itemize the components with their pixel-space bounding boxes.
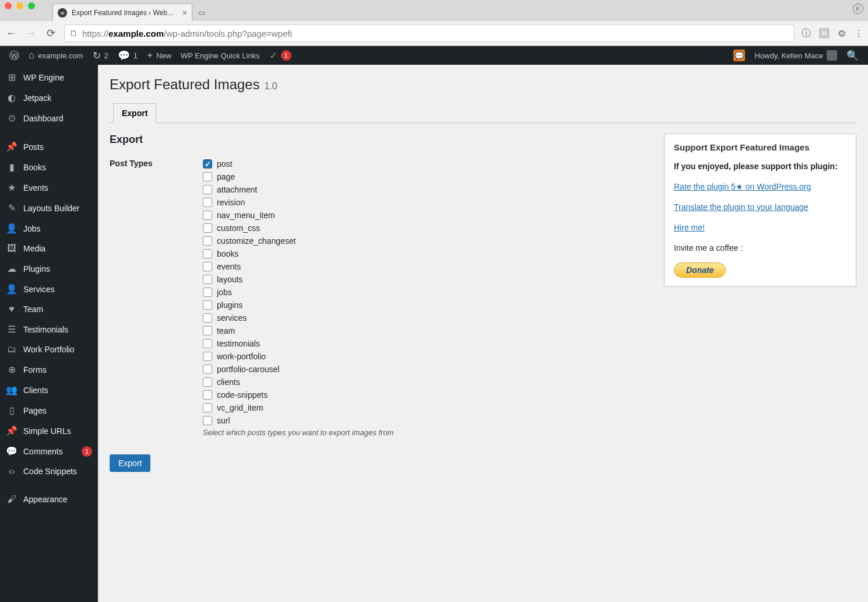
link-hire-me[interactable]: Hire me!: [674, 223, 705, 232]
ab-howdy-text: Howdy, Kellen Mace: [754, 51, 823, 60]
forward-button[interactable]: →: [24, 27, 37, 40]
checkbox-jobs[interactable]: [203, 288, 212, 297]
checkbox-testimonials[interactable]: [203, 339, 212, 348]
ab-search[interactable]: 🔍: [842, 50, 863, 62]
window-minimize-button[interactable]: [16, 2, 23, 9]
wordpress-logo-icon: Ⓦ: [9, 49, 19, 62]
checkbox-books[interactable]: [203, 249, 212, 258]
extension-h-icon[interactable]: H: [819, 28, 830, 38]
reload-button[interactable]: ⟳: [44, 27, 57, 40]
window-maximize-button[interactable]: [28, 2, 35, 9]
checkbox-custom_css[interactable]: [203, 223, 212, 233]
sidebar-item-layouts-builder[interactable]: ✎Layouts Builder: [0, 198, 98, 218]
ab-updates[interactable]: ↻2: [88, 46, 113, 65]
sidebar-item-label: Books: [23, 163, 92, 172]
export-button[interactable]: Export: [110, 454, 150, 472]
sidebar-item-code-snippets[interactable]: ‹›Code Snippets: [0, 461, 98, 481]
checkbox-work-portfolio[interactable]: [203, 352, 212, 361]
tab-export[interactable]: Export: [113, 103, 156, 123]
menu-icon: 👤: [6, 223, 17, 234]
ab-new[interactable]: +New: [142, 46, 176, 65]
ab-notification[interactable]: 💬: [729, 50, 750, 61]
donate-button[interactable]: Donate: [674, 262, 726, 278]
ab-wp-logo[interactable]: Ⓦ: [5, 46, 24, 65]
checkbox-team[interactable]: [203, 326, 212, 335]
sidebar-item-dashboard[interactable]: ⊙Dashboard: [0, 108, 98, 128]
checkbox-customize_changeset[interactable]: [203, 236, 212, 246]
sidebar-item-team[interactable]: ♥Team: [0, 299, 98, 319]
sidebar-item-forms[interactable]: ⊕Forms: [0, 359, 98, 380]
sidebar-item-jetpack[interactable]: ◐Jetpack: [0, 88, 98, 108]
post-type-label: events: [217, 260, 241, 273]
window-close-button[interactable]: [5, 2, 12, 9]
post-type-label: clients: [217, 376, 240, 388]
link-translate-plugin[interactable]: Translate the plugin to your language: [674, 202, 809, 212]
checkbox-services[interactable]: [203, 313, 212, 323]
post-type-label: customize_changeset: [217, 235, 296, 247]
browser-toolbar: ← → ⟳ 🗋 https://example.com/wp-admin/too…: [0, 21, 868, 46]
checkbox-page[interactable]: [203, 172, 212, 181]
checkbox-revision[interactable]: [203, 198, 212, 207]
sidebar-item-comments[interactable]: 💬Comments1: [0, 441, 98, 461]
post-type-label: portfolio-carousel: [217, 363, 279, 376]
tab-close-icon[interactable]: ×: [182, 8, 187, 18]
post-type-label: surl: [217, 414, 230, 427]
ab-site-name[interactable]: ⌂example.com: [24, 46, 88, 65]
url-bar[interactable]: 🗋 https://example.com/wp-admin/tools.php…: [64, 24, 795, 42]
checkbox-surl[interactable]: [203, 416, 212, 425]
sidebar-item-events[interactable]: ★Events: [0, 177, 98, 198]
sidebar-item-work-portfolio[interactable]: 🗂Work Portfolio: [0, 340, 98, 359]
checkbox-vc_grid_item[interactable]: [203, 403, 212, 412]
sidebar-item-services[interactable]: 👤Services: [0, 279, 98, 299]
sidebar-item-wp-engine[interactable]: ⊞WP Engine: [0, 67, 98, 88]
checkbox-nav_menu_item[interactable]: [203, 211, 212, 220]
back-button[interactable]: ←: [5, 27, 17, 40]
sidebar-item-label: Pages: [23, 406, 92, 415]
settings-gear-icon[interactable]: ⚙: [838, 28, 846, 39]
post-type-row-books: books: [203, 247, 651, 260]
post-type-label: revision: [217, 196, 245, 209]
menu-icon: 💬: [6, 446, 17, 457]
browser-menu-icon[interactable]: ⋮: [854, 28, 863, 39]
checkbox-post[interactable]: [203, 159, 212, 169]
yoast-icon: ✓: [269, 50, 277, 62]
post-type-row-post: post: [203, 158, 651, 170]
section-heading: Export: [110, 134, 651, 146]
ab-comments[interactable]: 💬1: [113, 46, 142, 65]
checkbox-attachment[interactable]: [203, 185, 212, 194]
checkbox-layouts[interactable]: [203, 275, 212, 284]
sidebar-item-media[interactable]: 🖼Media: [0, 239, 98, 258]
sidebar-item-label: Clients: [23, 386, 92, 395]
sidebar-item-label: Forms: [23, 365, 92, 374]
checkbox-plugins[interactable]: [203, 300, 212, 310]
post-types-label: Post Types: [110, 158, 203, 437]
sidebar-item-simple-urls[interactable]: 📌Simple URLs: [0, 421, 98, 441]
checkbox-portfolio-carousel[interactable]: [203, 365, 212, 374]
sidebar-item-testimonials[interactable]: ☰Testimonials: [0, 319, 98, 340]
sidebar-item-jobs[interactable]: 👤Jobs: [0, 218, 98, 239]
sidebar-item-label: Testimonials: [23, 325, 92, 334]
sidebar-item-appearance[interactable]: 🖌Appearance: [0, 489, 98, 509]
page-info-icon[interactable]: 🗋: [69, 29, 78, 38]
sidebar-item-clients[interactable]: 👥Clients: [0, 380, 98, 400]
sidebar-item-pages[interactable]: ▯Pages: [0, 400, 98, 421]
link-rate-plugin[interactable]: Rate the plugin 5★ on WordPress.org: [674, 182, 811, 191]
ab-new-label: New: [156, 51, 171, 60]
post-type-row-custom_css: custom_css: [203, 222, 651, 235]
post-type-row-page: page: [203, 170, 651, 183]
checkbox-code-snippets[interactable]: [203, 390, 212, 400]
sidebar-item-plugins[interactable]: ☁Plugins: [0, 258, 98, 279]
ab-yoast[interactable]: ✓1: [265, 46, 296, 65]
ab-quicklinks[interactable]: WP Engine Quick Links: [176, 46, 265, 65]
info-icon[interactable]: ⓘ: [802, 27, 811, 40]
browser-profile-badge[interactable]: K: [853, 4, 863, 14]
checkbox-events[interactable]: [203, 262, 212, 271]
new-tab-button[interactable]: ▭: [195, 5, 209, 19]
sidebar-item-label: Services: [23, 285, 92, 294]
browser-tab-active[interactable]: w Export Featured Images ‹ Web… ×: [52, 4, 192, 21]
sidebar-item-books[interactable]: ▮Books: [0, 157, 98, 177]
post-type-row-plugins: plugins: [203, 299, 651, 312]
sidebar-item-posts[interactable]: 📌Posts: [0, 136, 98, 157]
checkbox-clients[interactable]: [203, 377, 212, 387]
ab-my-account[interactable]: Howdy, Kellen Mace: [750, 50, 842, 61]
